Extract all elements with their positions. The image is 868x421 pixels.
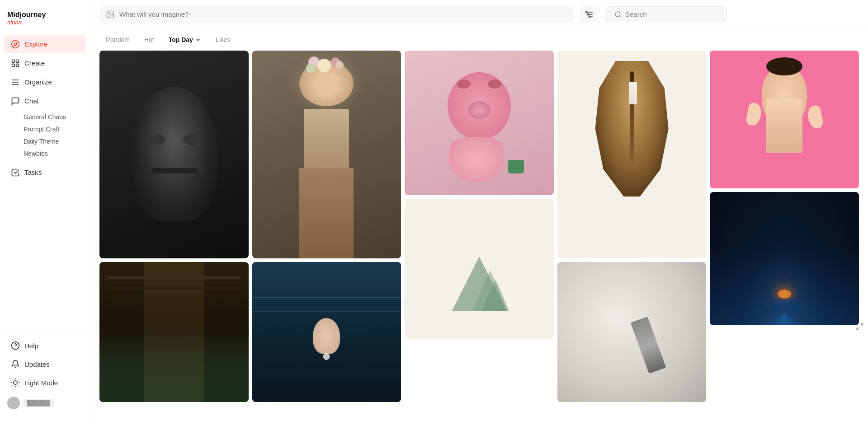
svg-line-11 (13, 380, 13, 380)
gallery-col-1 (99, 51, 249, 402)
image-card-9[interactable] (405, 199, 554, 339)
prompt-input[interactable] (119, 10, 568, 18)
sidebar: Midjourney alpha Explore Create Organize… (0, 0, 90, 421)
chat-label: Chat (24, 97, 39, 105)
create-icon (11, 59, 20, 68)
gallery (90, 51, 868, 421)
topbar: Search (90, 0, 868, 29)
image-card-6[interactable] (710, 192, 859, 325)
tasks-icon (11, 168, 20, 177)
organize-icon (11, 78, 20, 87)
tab-random[interactable]: Random (99, 33, 136, 46)
svg-point-18 (108, 12, 110, 13)
image-card-7[interactable] (99, 262, 249, 402)
updates-label: Updates (24, 360, 50, 368)
image-card-1[interactable] (99, 51, 249, 258)
prompt-input-container[interactable] (99, 6, 574, 23)
sub-prompt-craft[interactable]: Prompt Craft (20, 123, 86, 135)
svg-line-16 (18, 380, 18, 380)
filter-tabs: Random Hot Top Day Likes (90, 29, 868, 51)
gallery-col-3 (405, 51, 554, 402)
sidebar-item-tasks[interactable]: Tasks (4, 164, 86, 182)
top-day-label: Top Day (169, 36, 193, 43)
edge-expand-icon[interactable] (855, 323, 864, 331)
tab-top-day[interactable]: Top Day (162, 33, 208, 46)
sidebar-item-help[interactable]: Help (4, 337, 86, 355)
tab-hot[interactable]: Hot (138, 33, 160, 46)
help-icon (11, 341, 20, 350)
chevron-down-icon (195, 37, 201, 43)
app-name: Midjourney (7, 11, 46, 19)
sidebar-item-explore[interactable]: Explore (4, 35, 86, 53)
image-card-3[interactable] (405, 51, 554, 195)
gallery-col-5 (710, 51, 859, 402)
compass-icon (11, 40, 20, 49)
svg-point-22 (586, 11, 587, 13)
user-avatar (7, 397, 20, 409)
svg-point-0 (12, 40, 19, 48)
gallery-col-2 (252, 51, 401, 402)
sidebar-item-organize[interactable]: Organize (4, 73, 86, 91)
search-label: Search (625, 10, 647, 18)
svg-line-27 (861, 323, 863, 326)
search-button[interactable]: Search (605, 6, 727, 22)
search-icon (614, 11, 622, 18)
light-mode-label: Light Mode (24, 379, 58, 387)
svg-line-15 (13, 385, 13, 385)
bell-icon (11, 360, 20, 369)
app-version: alpha (7, 19, 46, 26)
gallery-col-4 (557, 51, 707, 402)
svg-rect-5 (16, 64, 19, 66)
image-card-2[interactable] (252, 51, 401, 258)
sidebar-item-chat[interactable]: Chat (4, 92, 86, 110)
chat-icon (11, 97, 20, 106)
sub-general-chaos[interactable]: General Chaos (20, 111, 86, 123)
explore-label: Explore (24, 40, 47, 48)
user-name-badge: ██████ (24, 399, 54, 407)
svg-line-28 (857, 327, 859, 330)
image-card-4[interactable] (557, 51, 707, 258)
svg-point-8 (14, 381, 17, 384)
image-card-10[interactable] (557, 262, 707, 402)
image-grid (99, 51, 859, 402)
svg-point-25 (615, 12, 620, 17)
svg-line-26 (619, 16, 621, 17)
app-logo: Midjourney alpha (0, 7, 90, 35)
filter-button[interactable] (580, 6, 599, 23)
image-card-5[interactable] (710, 51, 859, 188)
sub-newbies[interactable]: Newbies (20, 148, 86, 159)
sidebar-item-updates[interactable]: Updates (4, 355, 86, 373)
sliders-icon (585, 10, 594, 19)
chat-sub-menu: General Chaos Prompt Craft Daily Theme N… (0, 111, 90, 160)
organize-label: Organize (24, 78, 52, 86)
svg-rect-3 (16, 60, 19, 62)
image-icon (106, 10, 115, 19)
sidebar-bottom: Help Updates Light Mode ██████ (0, 332, 90, 414)
sun-icon (11, 378, 20, 387)
sidebar-item-light-mode[interactable]: Light Mode (4, 374, 86, 392)
image-card-8[interactable] (252, 262, 401, 402)
main-content: Search Random Hot Top Day Likes (90, 0, 868, 421)
svg-line-12 (18, 385, 18, 385)
svg-rect-2 (12, 60, 15, 62)
user-profile[interactable]: ██████ (0, 392, 90, 414)
create-label: Create (24, 59, 45, 67)
sidebar-item-create[interactable]: Create (4, 54, 86, 72)
tab-likes[interactable]: Likes (209, 33, 237, 46)
tasks-label: Tasks (24, 168, 42, 176)
sub-daily-theme[interactable]: Daily Theme (20, 136, 86, 147)
svg-rect-4 (12, 64, 15, 66)
help-label: Help (24, 342, 38, 350)
svg-marker-1 (14, 42, 17, 46)
